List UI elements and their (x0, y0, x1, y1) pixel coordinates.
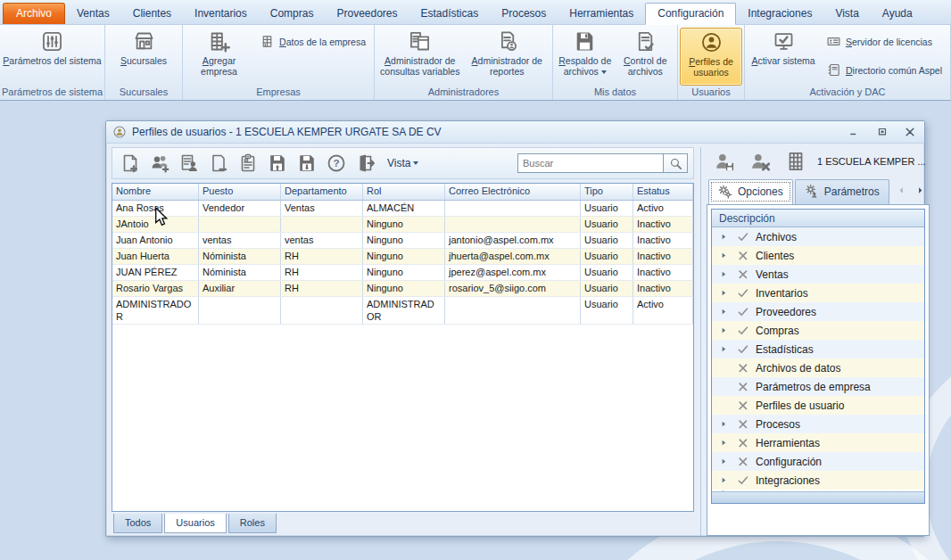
ribbon-button-sucursales[interactable]: Sucursales (107, 28, 180, 86)
tree-expand-slot[interactable] (717, 270, 731, 278)
tree-expand-slot[interactable] (717, 457, 731, 465)
ribbon-button-control-de-archivos[interactable]: Control de archivos (616, 28, 676, 86)
menu-tab-procesos[interactable]: Procesos (490, 3, 558, 24)
table-cell (199, 217, 281, 232)
menu-tab-archivo[interactable]: Archivo (3, 3, 65, 24)
clipboard-button[interactable] (234, 151, 261, 177)
tree-item-parametros-de-empresa[interactable]: Parámetros de empresa (712, 377, 924, 396)
tree-expand-slot[interactable] (717, 476, 731, 484)
ribbon-button-activar-sistema[interactable]: Activar sistema (747, 28, 820, 86)
tree-item-compras[interactable]: Compras (712, 321, 924, 340)
column-header-estatus[interactable]: Estatus (633, 184, 693, 200)
tab-parametros[interactable]: Parámetros (795, 179, 889, 204)
ribbon-button-parametros-del-sistema[interactable]: Parámetros del sistema (2, 28, 103, 86)
tree-expand-slot[interactable] (717, 345, 731, 353)
vista-dropdown[interactable]: Vista (381, 157, 425, 169)
building2-button[interactable] (781, 149, 809, 175)
tab-roles[interactable]: Roles (228, 514, 277, 533)
cross-icon (737, 250, 749, 262)
tree-item-procesos[interactable]: Procesos (712, 415, 924, 433)
door-exit-button[interactable] (351, 151, 379, 177)
ribbon-button-agregar-empresa[interactable]: Agregar empresa (185, 28, 253, 86)
doc-minus-button[interactable] (204, 151, 232, 177)
tree-item-configuracion[interactable]: Configuración (712, 452, 924, 471)
column-header-departamento[interactable]: Departamento (281, 184, 363, 200)
menu-tab-integraciones[interactable]: Integraciones (736, 3, 823, 24)
ribbon-button-servidor-de-licencias[interactable]: Servidor de licencias (823, 33, 945, 50)
tree-footer-scrollbar[interactable] (712, 491, 924, 503)
tree-expand-slot[interactable] (717, 326, 731, 334)
table-row[interactable]: JUAN PÉREZNóministaRHNingunojperez@aspel… (112, 265, 693, 281)
user-x-button[interactable] (746, 149, 773, 175)
menu-tab-clientes[interactable]: Clientes (121, 3, 183, 24)
help-button[interactable]: ? (322, 151, 350, 177)
ribbon-button-perfiles-de-usuarios[interactable]: Perfiles de usuarios (680, 28, 742, 86)
table-row[interactable]: Ana RosasVendedorVentasALMACÉNUsuarioAct… (112, 201, 693, 217)
restore-button[interactable] (875, 126, 889, 138)
menu-tab-proveedores[interactable]: Proveedores (325, 3, 409, 24)
table-row[interactable]: Rosario VargasAuxiliarRHNingunorosariov_… (112, 281, 693, 297)
tree-expand-slot[interactable] (717, 289, 731, 297)
tab-todos[interactable]: Todos (113, 514, 162, 533)
menu-tab-herramientas[interactable]: Herramientas (558, 3, 645, 24)
tree-item-label: Estadísticas (756, 343, 814, 356)
table-row[interactable]: ADMINISTRADORADMINISTRADORUsuarioActivo (112, 297, 693, 325)
ribbon-button-administrador-de-reportes[interactable]: Administrador de reportes (464, 28, 551, 86)
table-row[interactable]: Juan AntonioventasventasNingunojantonio@… (112, 233, 693, 249)
tree-expand-slot[interactable] (717, 439, 731, 447)
tree-item-archivos-de-datos[interactable]: Archivos de datos (712, 358, 924, 377)
table-row[interactable]: Juan HuertaNóministaRHNingunojhuerta@asp… (112, 249, 693, 265)
window-titlebar[interactable]: Perfiles de usuarios - 1 ESCUELA KEMPER … (106, 121, 924, 144)
tree-item-clientes[interactable]: Clientes (712, 246, 924, 265)
tree-item-perfiles-de-usuario[interactable]: Perfiles de usuario (712, 396, 924, 415)
minimize-button[interactable] (848, 126, 862, 138)
menu-tab-ventas[interactable]: Ventas (65, 3, 121, 24)
tab-opciones[interactable]: Opciones (708, 179, 793, 204)
tree-expand-slot[interactable] (717, 233, 731, 241)
scroll-right-button[interactable] (915, 183, 925, 199)
tree-expand-slot[interactable] (717, 251, 731, 259)
tree-item-ventas[interactable]: Ventas (712, 265, 924, 284)
menu-tab-ayuda[interactable]: Ayuda (871, 3, 924, 24)
user-save-button[interactable] (710, 149, 738, 175)
menu-tab-compras[interactable]: Compras (259, 3, 326, 24)
menu-tab-estadisticas[interactable]: Estadísticas (409, 3, 491, 24)
column-header-puesto[interactable]: Puesto (199, 184, 281, 200)
tree-item-label: Procesos (756, 418, 800, 431)
check-icon (737, 325, 749, 337)
users-plus-button[interactable] (145, 151, 173, 177)
column-header-tipo[interactable]: Tipo (581, 184, 633, 200)
floppy-down-button[interactable] (293, 151, 320, 177)
column-header-nombre[interactable]: Nombre (112, 184, 199, 200)
menu-tab-configuracion[interactable]: Configuración (645, 3, 736, 25)
options-pane: 1 ESCUELA KEMPER ... OpcionesParámetros … (700, 147, 930, 536)
doc-plus-button[interactable] (116, 151, 144, 177)
tab-usuarios[interactable]: Usuarios (164, 514, 226, 533)
tree-expand-slot[interactable] (717, 308, 731, 316)
tree-item-label: Archivos (756, 231, 797, 243)
tree-item-archivos[interactable]: Archivos (712, 227, 924, 246)
tree-arrow-icon (720, 439, 728, 447)
table-row[interactable]: JAntoioNingunoUsuarioInactivo (112, 217, 693, 233)
search-button[interactable] (664, 153, 688, 173)
tab-scroll-arrows (897, 183, 930, 204)
tree-item-inventarios[interactable]: Inventarios (712, 284, 924, 302)
search-input[interactable] (517, 153, 664, 173)
ribbon-button-respaldo-de-archivos[interactable]: Respaldo de archivos (555, 28, 616, 86)
list-user-button[interactable] (175, 151, 203, 177)
floppy-up-button[interactable] (263, 151, 291, 177)
tree-item-proveedores[interactable]: Proveedores (712, 302, 924, 321)
tree-item-integraciones[interactable]: Integraciones (712, 471, 924, 490)
menu-tab-vista[interactable]: Vista (823, 3, 870, 24)
ribbon-button-administrador-de-consultas-variables[interactable]: Administrador de consultas variables (376, 28, 464, 86)
ribbon-button-datos-de-la-empresa[interactable]: Datos de la empresa (257, 33, 368, 50)
scroll-left-button[interactable] (897, 183, 906, 199)
tree-item-estadisticas[interactable]: Estadísticas (712, 340, 924, 358)
close-button[interactable] (903, 126, 917, 138)
menu-tab-inventarios[interactable]: Inventarios (183, 3, 259, 24)
column-header-correo-electronico[interactable]: Correo Electrónico (445, 184, 581, 200)
column-header-rol[interactable]: Rol (363, 184, 445, 200)
tree-item-herramientas[interactable]: Herramientas (712, 433, 924, 452)
ribbon-button-directorio-comun-aspel[interactable]: Directorio común Aspel (823, 62, 945, 78)
tree-expand-slot[interactable] (717, 420, 731, 428)
